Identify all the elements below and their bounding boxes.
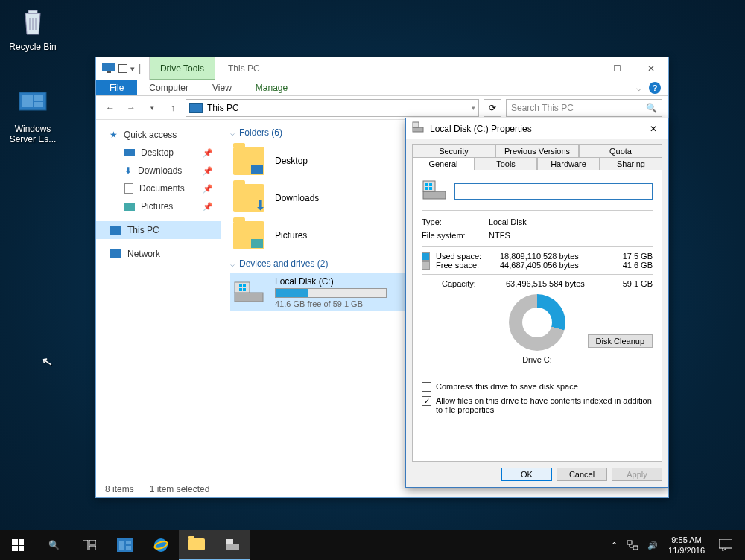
filesystem-value: NTFS [489,231,510,240]
apply-button[interactable]: Apply [612,468,662,481]
qat-dropdown-icon[interactable]: ▾ [130,64,135,74]
address-dropdown-icon[interactable]: ▾ [472,104,475,112]
svg-rect-0 [28,10,37,13]
this-pc-icon [189,103,203,113]
sidebar-pictures[interactable]: Pictures📌 [96,197,221,215]
clock-date: 11/9/2016 [668,545,705,556]
network-icon [110,249,121,258]
svg-rect-19 [425,187,428,190]
tab-quota[interactable]: Quota [579,144,662,157]
taskbar-server-manager[interactable] [107,530,143,560]
svg-rect-14 [413,122,419,127]
volume-label-input[interactable] [454,183,653,200]
action-center-button[interactable] [711,530,741,560]
folder-icon [233,147,264,175]
help-icon[interactable]: ? [649,82,661,94]
type-label: Type: [422,217,481,226]
sidebar-network[interactable]: Network [96,245,221,263]
drive-icon [233,279,264,307]
tab-tools[interactable]: Tools [475,157,537,170]
qat-separator: │ [138,64,143,73]
used-label: Used space: [436,252,494,261]
used-swatch [422,252,430,261]
desktop-icon-label: Recycle Bin [4,42,61,52]
forward-button[interactable]: → [123,99,139,117]
start-button[interactable] [0,530,36,560]
compress-checkbox[interactable] [422,382,431,392]
close-button[interactable]: ✕ [634,57,668,80]
address-input[interactable]: This PC ▾ [186,99,479,117]
disk-properties-dialog: Local Disk (C:) Properties ✕ Security Pr… [405,118,669,488]
tab-hardware[interactable]: Hardware [537,157,600,170]
ribbon-tab-file[interactable]: File [96,80,137,95]
maximize-button[interactable]: ☐ [600,57,634,80]
sidebar-documents[interactable]: Documents📌 [96,179,221,197]
index-checkbox[interactable]: ✓ [422,396,431,406]
tab-sharing[interactable]: Sharing [600,157,662,170]
search-input[interactable]: Search This PC 🔍 [506,99,662,117]
address-crumb[interactable]: This PC [207,103,239,113]
tab-security[interactable]: Security [412,144,495,157]
sidebar-this-pc[interactable]: This PC [96,221,221,239]
document-icon [124,183,133,194]
drive-local-disk-c[interactable]: Local Disk (C:) 41.6 GB free of 59.1 GB [230,273,408,311]
free-bytes: 44,687,405,056 bytes [500,261,606,270]
svg-rect-13 [413,127,423,132]
sidebar-desktop[interactable]: Desktop📌 [96,144,221,162]
separator [142,484,142,494]
pin-icon: 📌 [203,202,213,211]
cancel-button[interactable]: Cancel [557,468,607,481]
sidebar-quick-access[interactable]: ★Quick access [96,126,221,144]
ribbon-tab-view[interactable]: View [200,80,244,95]
minimize-button[interactable]: — [565,57,600,80]
taskbar-search-button[interactable]: 🔍 [36,530,72,560]
tray-volume-icon[interactable]: 🔊 [643,530,662,560]
used-gb: 17.5 GB [612,252,653,261]
download-icon: ⬇ [124,165,132,176]
sidebar-downloads[interactable]: ⬇Downloads📌 [96,162,221,179]
status-item-count: 8 items [105,484,134,494]
ribbon-expand-icon[interactable]: ⌵ [636,83,641,93]
up-button[interactable]: ↑ [165,99,181,117]
tab-general[interactable]: General [412,157,475,170]
drive-name: Local Disk (C:) [275,276,405,287]
address-bar: ← → ▾ ↑ This PC ▾ ⟳ Search This PC 🔍 [96,96,668,120]
star-icon: ★ [110,130,118,140]
ribbon-tab-manage[interactable]: Manage [244,80,299,95]
explorer-titlebar: ▾ │ Drive Tools This PC — ☐ ✕ [96,57,668,80]
taskbar-disk-properties[interactable] [215,530,250,560]
properties-qat-icon[interactable] [118,64,127,73]
dialog-close-button[interactable]: ✕ [644,120,662,138]
show-desktop-button[interactable] [741,530,745,560]
refresh-button[interactable]: ⟳ [484,99,501,117]
compress-label: Compress this drive to save disk space [436,382,578,391]
svg-rect-32 [627,541,632,544]
taskbar-clock[interactable]: 9:55 AM 11/9/2016 [662,535,711,556]
svg-rect-6 [107,71,111,73]
tab-previous-versions[interactable]: Previous Versions [495,144,579,157]
free-gb: 41.6 GB [612,261,653,270]
svg-rect-5 [102,63,115,71]
taskbar-task-view-button[interactable] [72,530,107,560]
dialog-footer: OK Cancel Apply [412,462,662,481]
recent-locations-button[interactable]: ▾ [144,99,160,117]
filesystem-label: File system: [422,231,481,240]
disk-cleanup-button[interactable]: Disk Cleanup [588,334,653,348]
ribbon-tab-computer[interactable]: Computer [137,80,200,95]
ok-button[interactable]: OK [501,468,552,481]
folder-icon: ⬇ [233,184,264,212]
taskbar-file-explorer[interactable] [179,530,215,560]
svg-rect-7 [235,293,263,302]
tray-overflow-icon[interactable]: ⌃ [606,530,622,560]
svg-rect-26 [126,541,131,544]
drive-icon [412,121,424,136]
svg-rect-25 [119,541,124,550]
desktop-icon-recycle-bin[interactable]: Recycle Bin [4,3,61,52]
svg-rect-17 [425,183,428,186]
taskbar-ie[interactable] [143,530,179,560]
back-button[interactable]: ← [102,99,118,117]
desktop-icon-windows-server-essentials[interactable]: Windows Server Es... [4,85,61,145]
type-value: Local Disk [489,217,527,226]
monitor-icon [102,63,115,75]
tray-network-icon[interactable] [622,530,643,560]
